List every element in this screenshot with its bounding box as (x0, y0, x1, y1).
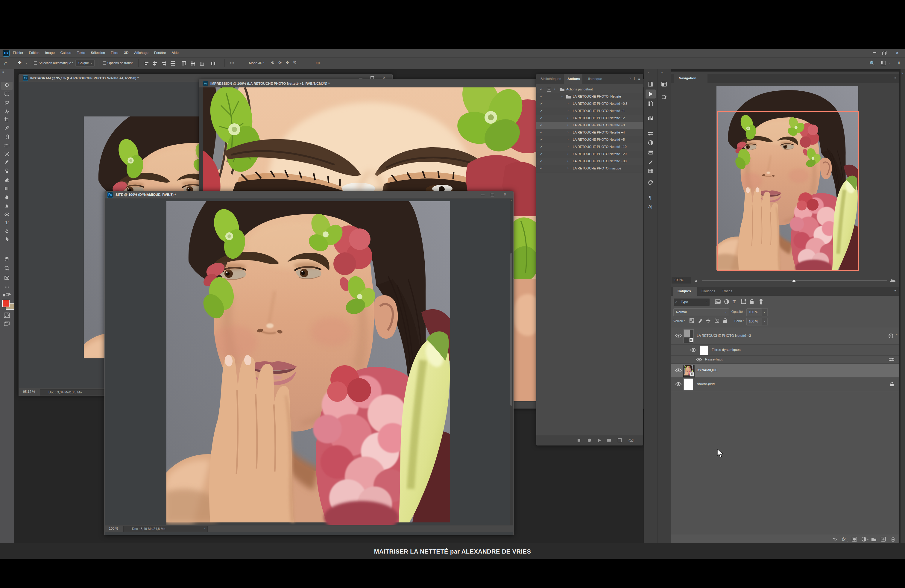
svg-text:¶: ¶ (649, 195, 651, 200)
svg-text:T: T (733, 299, 736, 304)
svg-text:A|: A| (648, 204, 653, 209)
svg-text:T: T (5, 220, 9, 226)
svg-text:fx: fx (842, 537, 846, 542)
